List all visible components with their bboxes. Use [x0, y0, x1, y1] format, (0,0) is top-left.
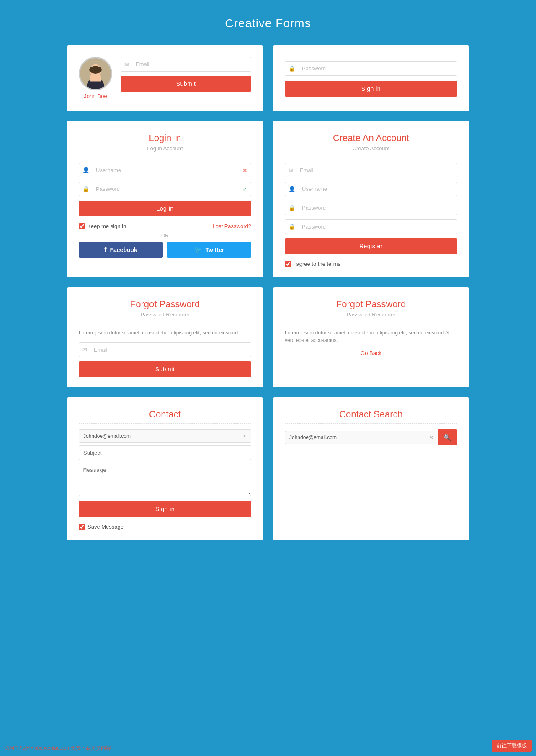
password-input-wrap2: 🔒 ✓ — [79, 182, 251, 196]
username-input-wrap: 👤 ✕ — [79, 163, 251, 177]
register-username-wrap: 👤 — [285, 182, 457, 196]
contact-search-title: Contact Search — [285, 409, 457, 420]
forgot-title2: Forgot Password — [285, 299, 457, 310]
page-title: Creative Forms — [67, 17, 469, 30]
lock-icon3: 🔒 — [285, 205, 299, 211]
card-avatar-email: John Doe ✉ Submit — [67, 45, 263, 111]
or-divider: OR — [79, 233, 251, 239]
twitter-icon: 🐦 — [194, 246, 202, 254]
save-message-label: Save Message — [88, 524, 124, 530]
search-email-text: Johndoe@email.com — [289, 435, 427, 440]
contact-divider — [79, 423, 251, 424]
contact-tag-close[interactable]: ✕ — [242, 433, 247, 439]
forgot-email-wrap: ✉ — [79, 342, 251, 357]
email-input[interactable] — [132, 57, 251, 71]
contact-subject-input[interactable] — [79, 445, 251, 460]
forgot-submit-button[interactable]: Submit — [79, 361, 251, 377]
lost-password-link[interactable]: Lost Password? — [213, 223, 252, 229]
register-password-input[interactable] — [299, 201, 457, 215]
success-icon: ✓ — [239, 186, 251, 193]
search-row: Johndoe@email.com ✕ 🔍 — [285, 429, 457, 445]
register-email-wrap: ✉ — [285, 163, 457, 177]
card-forgot-text: Forgot Password Password Reminder Lorem … — [273, 287, 469, 387]
card-login: Login in Log in Account 👤 ✕ 🔒 ✓ Log in K… — [67, 121, 263, 277]
agree-checkbox[interactable] — [285, 261, 291, 267]
contact-search-divider — [285, 423, 457, 424]
login-title: Login in — [79, 133, 251, 144]
footer-watermark: 访问血鸟社区bbs.xienlao.com免费下载更多内容 — [4, 745, 111, 752]
register-title: Create An Account — [285, 133, 457, 144]
search-tag-close[interactable]: ✕ — [429, 435, 433, 440]
facebook-label: Facebook — [110, 247, 137, 253]
submit-button[interactable]: Submit — [121, 76, 251, 92]
email-input-wrap: ✉ — [121, 57, 251, 72]
signin-button[interactable]: Sign in — [285, 81, 457, 97]
contact-title: Contact — [79, 409, 251, 420]
register-subtitle: Create Account — [285, 145, 457, 152]
profile-form: ✉ Submit — [121, 57, 251, 92]
contact-message-input[interactable] — [79, 463, 251, 496]
error-icon: ✕ — [239, 167, 251, 174]
svg-point-5 — [89, 66, 102, 74]
forgot-divider — [79, 323, 251, 323]
register-password2-wrap: 🔒 — [285, 219, 457, 234]
search-input-wrap: Johndoe@email.com ✕ — [285, 431, 438, 444]
password-input2[interactable] — [93, 182, 239, 196]
card-contact-search: Contact Search Johndoe@email.com ✕ 🔍 — [273, 397, 469, 540]
user-icon: 👤 — [79, 167, 93, 173]
facebook-icon: f — [104, 246, 106, 254]
forgot-subtitle: Password Reminder — [79, 311, 251, 318]
avatar-wrap: John Doe — [79, 57, 112, 99]
twitter-button[interactable]: 🐦 Twitter — [167, 242, 251, 258]
register-button[interactable]: Register — [285, 238, 457, 254]
card-contact: Contact Johndoe@email.com ✕ Sign in Save… — [67, 397, 263, 540]
agree-label: i agree to the terms — [294, 261, 340, 267]
username-input[interactable] — [93, 163, 239, 177]
forgot-body: Lorem ipsum dolor sit amet, consectetur … — [79, 329, 251, 337]
register-username-input[interactable] — [299, 182, 457, 196]
avatar-name: John Doe — [84, 93, 107, 99]
login-button[interactable]: Log in — [79, 201, 251, 216]
download-button[interactable]: 前往下载模板 — [492, 740, 532, 752]
search-button[interactable]: 🔍 — [438, 429, 457, 445]
register-divider — [285, 157, 457, 157]
forgot-body2: Lorem ipsum dolor sit amet, consectetur … — [285, 329, 457, 344]
card-register: Create An Account Create Account ✉ 👤 🔒 🔒… — [273, 121, 469, 277]
register-password-wrap: 🔒 — [285, 201, 457, 215]
register-password2-input[interactable] — [299, 220, 457, 234]
login-divider — [79, 157, 251, 157]
agree-row: i agree to the terms — [285, 261, 457, 267]
go-back-link[interactable]: Go Back — [285, 350, 457, 356]
lock-icon: 🔒 — [285, 65, 299, 72]
password-input[interactable] — [299, 62, 457, 75]
save-message-checkbox[interactable] — [79, 524, 85, 530]
email-icon2: ✉ — [285, 167, 296, 173]
avatar — [79, 57, 112, 90]
lock-icon4: 🔒 — [285, 224, 299, 230]
user-icon2: 👤 — [285, 186, 299, 192]
keep-me-row: Keep me sign in Lost Password? — [79, 223, 251, 229]
save-message-row: Save Message — [79, 524, 251, 530]
contact-email-tag: Johndoe@email.com ✕ — [79, 429, 251, 443]
email-icon: ✉ — [121, 61, 132, 67]
svg-rect-3 — [90, 75, 101, 82]
twitter-label: Twitter — [206, 247, 224, 253]
forgot-subtitle2: Password Reminder — [285, 311, 457, 318]
email-icon3: ✉ — [79, 347, 90, 353]
facebook-button[interactable]: f Facebook — [79, 242, 163, 258]
forgot-email-input[interactable] — [90, 343, 251, 357]
register-email-input[interactable] — [296, 163, 457, 177]
contact-signin-button[interactable]: Sign in — [79, 501, 251, 517]
lock-icon2: 🔒 — [79, 186, 93, 192]
keep-me-checkbox[interactable] — [79, 223, 85, 229]
social-row: f Facebook 🐦 Twitter — [79, 242, 251, 258]
password-input-wrap: 🔒 — [285, 61, 457, 76]
svg-rect-4 — [88, 82, 103, 90]
card-forgot-form: Forgot Password Password Reminder Lorem … — [67, 287, 263, 387]
card-signin: 🔒 Sign in — [273, 45, 469, 111]
forgot-divider2 — [285, 323, 457, 323]
contact-email-text: Johndoe@email.com — [83, 433, 240, 439]
login-subtitle: Log in Account — [79, 145, 251, 152]
forgot-title: Forgot Password — [79, 299, 251, 310]
keep-me-label[interactable]: Keep me sign in — [79, 223, 126, 229]
